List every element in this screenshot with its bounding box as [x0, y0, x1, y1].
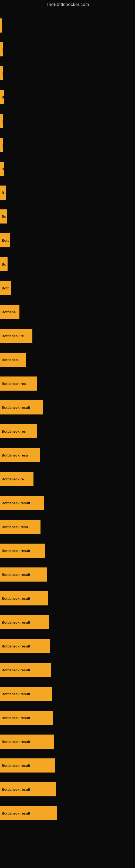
bar-label: Bottleneck result	[2, 764, 30, 768]
bottleneck-bar: Bottleneck result	[0, 400, 43, 414]
bar-label: |	[2, 143, 3, 147]
bar-row: Bottleneck result	[0, 634, 135, 658]
bar-label: |	[2, 48, 3, 52]
bar-label: Bo	[2, 262, 6, 267]
bar-label: Bott	[2, 286, 9, 290]
bottleneck-bar: Bottlene	[0, 305, 19, 319]
bar-row: |	[0, 133, 135, 157]
bottleneck-bar: Bottleneck res	[0, 376, 37, 391]
bottleneck-bar: Bottleneck resu	[0, 448, 40, 462]
bottleneck-bar: B	[0, 186, 6, 199]
bottleneck-bar: |	[0, 138, 3, 152]
bottleneck-bar: |	[0, 66, 3, 80]
bar-row: B	[0, 181, 135, 205]
bottleneck-bar: Bottleneck	[0, 352, 26, 367]
bar-row: Bottleneck result	[0, 730, 135, 753]
bottleneck-bar: Bottleneck re	[0, 329, 32, 343]
bar-label: Bottleneck result	[2, 692, 30, 696]
bar-label: |	[2, 71, 3, 75]
bottleneck-bar: |	[0, 42, 3, 56]
bar-row: Bottleneck res	[0, 420, 135, 443]
bar-label: Bottleneck re	[2, 477, 24, 481]
bar-label: Bottleneck result	[2, 644, 30, 648]
bar-label: |	[2, 119, 3, 123]
bottleneck-bar: Bottleneck result	[0, 663, 51, 677]
site-title: TheBottlenecker.com	[0, 0, 135, 8]
bar-label: Bottleneck result	[2, 572, 30, 577]
bar-row: Bottleneck resu	[0, 515, 135, 539]
bars-container: |||B||BBBoBottBoBottBottleneBottleneck r…	[0, 8, 135, 825]
bar-row: Bottlene	[0, 300, 135, 324]
bottleneck-bar: B	[0, 90, 4, 104]
bar-row: Bottleneck re	[0, 467, 135, 491]
bottleneck-bar: Bottleneck result	[0, 758, 55, 773]
bar-row: |	[0, 13, 135, 37]
bar-row: Bottleneck result	[0, 396, 135, 420]
bar-label: Bottleneck result	[2, 740, 30, 744]
bar-label: Bo	[2, 215, 6, 219]
bottleneck-bar: Bottleneck result	[0, 591, 48, 606]
bar-row: |	[0, 37, 135, 61]
bar-row: Bottleneck result	[0, 682, 135, 706]
bar-label: Bottleneck result	[2, 405, 30, 410]
bar-row: Bottleneck	[0, 348, 135, 372]
bottleneck-bar: |	[0, 114, 3, 128]
bar-label: Bottleneck result	[2, 811, 30, 815]
bar-label: Bottleneck result	[2, 549, 30, 553]
bottleneck-bar: Bottleneck result	[0, 544, 45, 558]
bottleneck-bar: Bottleneck re	[0, 472, 34, 486]
bar-label: Bottleneck result	[2, 620, 30, 624]
bottleneck-bar: Bo	[0, 257, 8, 271]
bar-label: Bottleneck resu	[2, 453, 28, 457]
bar-row: Bottleneck re	[0, 324, 135, 348]
bar-label: Bottleneck res	[2, 429, 26, 433]
bottleneck-bar: Bottleneck result	[0, 806, 57, 820]
bar-label: Bottleneck res	[2, 382, 26, 386]
bottleneck-bar: Bo	[0, 209, 7, 223]
bar-row: Bottleneck result	[0, 658, 135, 682]
bar-label: B	[2, 95, 4, 99]
bottleneck-bar: Bottleneck result	[0, 711, 53, 725]
bar-row: B	[0, 85, 135, 109]
bottleneck-bar: Bott	[0, 281, 11, 295]
bottleneck-bar: Bottleneck res	[0, 424, 37, 438]
bottleneck-bar: Bott	[0, 233, 10, 247]
bottleneck-bar: Bottleneck result	[0, 615, 49, 629]
bar-label: Bottleneck result	[2, 716, 30, 720]
bar-row: Bo	[0, 205, 135, 228]
bar-row: Bottleneck result	[0, 801, 135, 825]
bar-label: Bottleneck result	[2, 501, 30, 505]
bottleneck-bar: Bottleneck result	[0, 496, 44, 510]
bar-row: Bottleneck result	[0, 753, 135, 777]
bar-row: Bottleneck result	[0, 777, 135, 801]
bar-row: Bottleneck resu	[0, 443, 135, 467]
bottleneck-bar: |	[0, 19, 2, 33]
bar-row: Bott	[0, 276, 135, 300]
bottleneck-bar: Bottleneck result	[0, 735, 54, 749]
bar-label: Bott	[2, 239, 9, 243]
bar-row: |	[0, 109, 135, 133]
bar-label: Bottlene	[2, 310, 16, 314]
bar-row: Bottleneck result	[0, 563, 135, 586]
bar-row: B	[0, 157, 135, 181]
bar-row: Bottleneck result	[0, 491, 135, 515]
bar-row: |	[0, 61, 135, 85]
bar-label: Bottleneck result	[2, 668, 30, 672]
bar-row: Bottleneck result	[0, 539, 135, 563]
bar-label: Bottleneck resu	[2, 525, 28, 529]
bar-row: Bott	[0, 228, 135, 252]
bar-row: Bottleneck result	[0, 706, 135, 730]
bottleneck-bar: Bottleneck result	[0, 687, 52, 701]
bar-label: Bottleneck result	[2, 596, 30, 600]
bottleneck-bar: Bottleneck resu	[0, 520, 41, 534]
bottleneck-bar: B	[0, 162, 4, 176]
bottleneck-bar: Bottleneck result	[0, 567, 47, 582]
bar-row: Bottleneck result	[0, 586, 135, 610]
bar-row: Bo	[0, 252, 135, 276]
bar-row: Bottleneck res	[0, 372, 135, 396]
bottleneck-bar: Bottleneck result	[0, 639, 50, 653]
bar-label: B	[2, 167, 4, 171]
bar-label: Bottleneck re	[2, 334, 24, 338]
bar-label: Bottleneck result	[2, 787, 30, 792]
bottleneck-bar: Bottleneck result	[0, 782, 56, 796]
